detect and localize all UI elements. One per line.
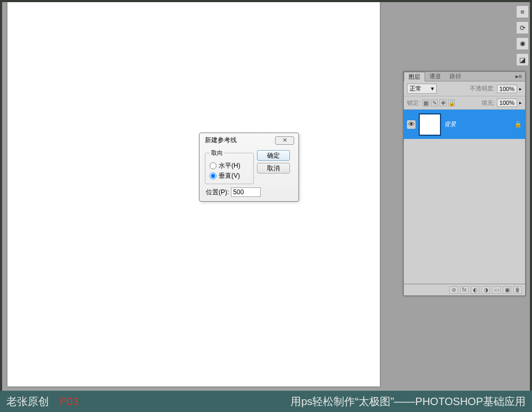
layer-row[interactable]: 👁 背景 🔒 [404, 110, 525, 139]
blend-mode-select[interactable]: 正常 ▾ [407, 84, 437, 94]
opacity-value[interactable]: 100% [497, 85, 517, 93]
side-icon-4[interactable]: ◪ [516, 53, 529, 66]
blend-opacity-row: 正常 ▾ 不透明度: 100% ▸ [404, 81, 525, 96]
new-layer-icon[interactable]: ▣ [503, 286, 511, 294]
tab-layers[interactable]: 图层 [404, 72, 425, 81]
position-label: 位置(P): [206, 188, 229, 197]
footer-title: 用ps轻松制作“太极图”——PHOTOSHOP基础应用 [290, 394, 526, 409]
position-input[interactable] [231, 187, 261, 197]
orientation-legend: 取向 [210, 149, 225, 157]
radio-vertical-input[interactable] [210, 172, 217, 179]
trash-icon[interactable]: 🗑 [513, 286, 522, 294]
footer-author: 老张原创 [6, 394, 49, 409]
side-icon-strip: ≡ ⟳ ✺ ◪ [515, 2, 530, 69]
radio-horizontal[interactable]: 水平(H) [210, 161, 249, 170]
radio-horizontal-label: 水平(H) [219, 161, 240, 170]
side-icon-1[interactable]: ≡ [516, 5, 529, 18]
adjustment-icon[interactable]: ◑ [481, 286, 490, 294]
cancel-button[interactable]: 取消 [257, 163, 290, 174]
lock-label: 锁定: [407, 99, 420, 107]
fill-slider-icon[interactable]: ▸ [519, 100, 522, 105]
new-guide-dialog: 新建参考线 ✕ 取向 水平(H) 垂直(V) 确定 取消 位置(P): [199, 133, 299, 202]
fx-icon[interactable]: fx [460, 286, 469, 294]
footer-page: P03 [60, 395, 79, 408]
lock-pixels-icon[interactable]: ✎ [431, 100, 438, 106]
layer-lock-icon: 🔒 [514, 121, 522, 128]
lock-all-icon[interactable]: 🔒 [448, 100, 455, 106]
orientation-fieldset: 取向 水平(H) 垂直(V) [205, 149, 254, 184]
ok-button[interactable]: 确定 [257, 150, 290, 161]
fill-label: 填充: [481, 99, 495, 107]
lock-position-icon[interactable]: ✥ [439, 100, 446, 106]
group-icon[interactable]: ▭ [492, 286, 501, 294]
radio-vertical-label: 垂直(V) [219, 171, 240, 180]
lock-transparent-icon[interactable]: ▦ [422, 100, 429, 106]
radio-horizontal-input[interactable] [210, 162, 217, 169]
mask-icon[interactable]: ◐ [471, 286, 479, 294]
panel-tab-bar: 图层 通道 路径 ▸≡ [404, 72, 525, 81]
layer-name[interactable]: 背景 [444, 120, 511, 128]
fill-value[interactable]: 100% [497, 98, 517, 107]
layers-panel: 图层 通道 路径 ▸≡ 正常 ▾ 不透明度: 100% ▸ 锁定: ▦ ✎ ✥ … [403, 71, 526, 296]
opacity-label: 不透明度: [470, 85, 495, 93]
lock-fill-row: 锁定: ▦ ✎ ✥ 🔒 填充: 100% ▸ [404, 96, 525, 110]
opacity-slider-icon[interactable]: ▸ [519, 86, 522, 92]
radio-vertical[interactable]: 垂直(V) [210, 171, 249, 180]
layer-panel-footer: ⊘ fx ◐ ◑ ▭ ▣ 🗑 [404, 284, 525, 295]
tutorial-footer: 老张原创 P03 用ps轻松制作“太极图”——PHOTOSHOP基础应用 [0, 391, 532, 412]
dialog-title-text: 新建参考线 [205, 136, 237, 145]
tab-channels[interactable]: 通道 [425, 72, 445, 81]
link-layers-icon[interactable]: ⊘ [450, 286, 458, 294]
tab-paths[interactable]: 路径 [445, 72, 466, 81]
side-icon-3[interactable]: ✺ [516, 37, 529, 50]
canvas[interactable] [7, 2, 380, 386]
lock-icons: ▦ ✎ ✥ 🔒 [422, 100, 455, 106]
dialog-titlebar: 新建参考线 ✕ [200, 133, 298, 146]
visibility-eye-icon[interactable]: 👁 [407, 120, 415, 129]
panel-menu-icon[interactable]: ▸≡ [512, 73, 525, 80]
layer-list: 👁 背景 🔒 [404, 110, 525, 284]
dialog-close-button[interactable]: ✕ [275, 136, 294, 145]
layer-thumbnail[interactable] [419, 113, 441, 136]
side-icon-2[interactable]: ⟳ [516, 21, 529, 34]
position-row: 位置(P): [200, 185, 298, 197]
